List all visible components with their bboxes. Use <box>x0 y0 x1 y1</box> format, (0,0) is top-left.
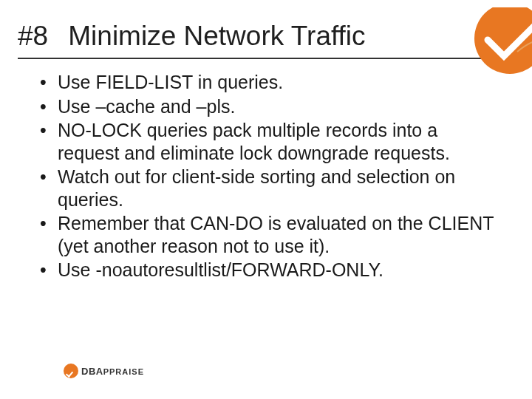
title-row: #8 Minimize Network Traffic <box>0 0 532 52</box>
footer-logo-text: DBAPPRAISE <box>81 366 144 377</box>
footer-logo-bold: DBA <box>81 366 103 377</box>
slide-title: #8 Minimize Network Traffic <box>18 21 366 52</box>
title-number: #8 <box>18 21 61 52</box>
title-text: Minimize Network Traffic <box>68 21 365 51</box>
list-item: Use –cache and –pls. <box>40 95 502 118</box>
list-item: Use -noautoresultlist/FORWARD-ONLY. <box>40 259 502 282</box>
footer-logo-rest: PPRAISE <box>103 367 144 376</box>
list-item: NO-LOCK queries pack multiple records in… <box>40 119 502 164</box>
list-item: Remember that CAN-DO is evaluated on the… <box>40 212 502 257</box>
footer-logo: DBAPPRAISE <box>64 364 144 378</box>
slide: #8 Minimize Network Traffic Use FIELD-LI… <box>0 0 532 399</box>
slide-body: Use FIELD-LIST in queries. Use –cache an… <box>0 59 532 282</box>
bullet-list: Use FIELD-LIST in queries. Use –cache an… <box>40 71 502 282</box>
list-item: Use FIELD-LIST in queries. <box>40 71 502 94</box>
list-item: Watch out for client-side sorting and se… <box>40 166 502 211</box>
checkmark-small-icon <box>64 364 78 378</box>
